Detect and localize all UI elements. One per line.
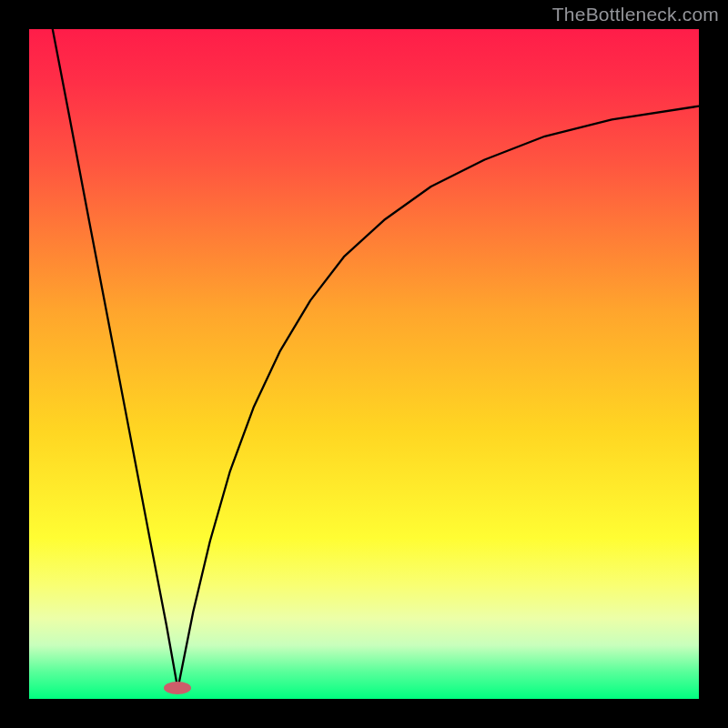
minimum-marker (164, 682, 191, 694)
chart-frame: TheBottleneck.com (0, 0, 728, 728)
plot-area (29, 29, 699, 699)
heat-gradient-background (29, 29, 699, 699)
watermark-text: TheBottleneck.com (552, 4, 719, 25)
